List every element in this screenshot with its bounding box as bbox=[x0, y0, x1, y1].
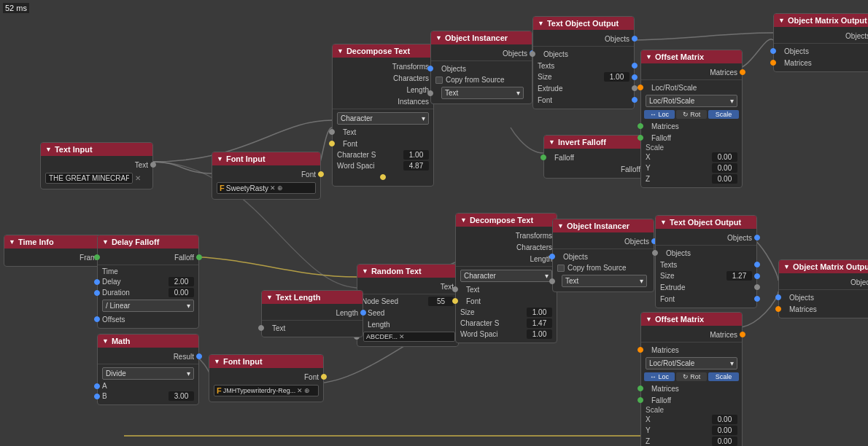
collapse-icon-2[interactable]: ▼ bbox=[217, 155, 223, 163]
a-row: A bbox=[98, 381, 198, 391]
tob-objects-out-2: Objects bbox=[656, 232, 756, 243]
font-clear-2[interactable]: ✕ bbox=[297, 387, 303, 394]
copy-checkbox-1[interactable] bbox=[435, 77, 443, 84]
linear-dropdown[interactable]: / Linear ▾ bbox=[102, 300, 194, 312]
collapse-icon-3[interactable]: ▼ bbox=[214, 358, 220, 365]
text-dropdown-2[interactable]: Text ▾ bbox=[562, 275, 647, 287]
tob-font-label-1: Font bbox=[538, 96, 552, 104]
collapse-icon-8[interactable]: ▼ bbox=[435, 34, 442, 42]
wordspace-val-2[interactable]: 1.00 bbox=[527, 329, 552, 339]
decompose-text-1-title: Decompose Text bbox=[346, 47, 410, 55]
collapse-icon-12[interactable]: ▼ bbox=[778, 17, 785, 24]
char-dropdown-2[interactable]: Character ▾ bbox=[460, 270, 552, 282]
tob-size-label-1: Size bbox=[538, 73, 551, 81]
x-val-om1[interactable]: 0.00 bbox=[712, 152, 737, 162]
collapse-icon-16[interactable]: ▼ bbox=[557, 222, 564, 230]
y-val-om2[interactable]: 0.00 bbox=[712, 426, 737, 435]
divide-dropdown[interactable]: Divide ▾ bbox=[102, 367, 194, 380]
rt-seed-row: Node Seed 55 bbox=[357, 296, 458, 307]
font-in-label-2: Font bbox=[466, 297, 481, 305]
locrotscale-dropdown-2[interactable]: Loc/Rot/Scale ▾ bbox=[646, 357, 737, 369]
x-val-om2[interactable]: 0.00 bbox=[712, 415, 737, 424]
delay-val[interactable]: 2.00 bbox=[168, 277, 194, 286]
collapse-icon-7[interactable]: ▼ bbox=[337, 47, 344, 55]
wordspace-row-1: Word Spaci 4.87 bbox=[333, 160, 433, 171]
collapse-icon-19[interactable]: ▼ bbox=[783, 263, 790, 270]
matrices-socket-om2 bbox=[638, 386, 643, 391]
collapse-icon-6[interactable]: ▼ bbox=[102, 337, 109, 345]
font-clear-1[interactable]: ✕ bbox=[270, 184, 276, 192]
omo-objects-in-row-2: Objects bbox=[779, 292, 868, 303]
wordspace-label-1: Word Spaci bbox=[337, 162, 375, 170]
rt-text-out-row: Text bbox=[357, 281, 458, 292]
text-input-field[interactable] bbox=[45, 173, 133, 184]
bottom-socket-row-1 bbox=[333, 171, 433, 183]
text-dd-label-1: Text bbox=[445, 89, 458, 97]
rt-length-row: Length bbox=[357, 318, 458, 330]
loc-btn-1[interactable]: ↔ Loc bbox=[644, 110, 675, 119]
tob-texts-row-1: Texts bbox=[533, 60, 634, 71]
z-val-om2[interactable]: 0.00 bbox=[712, 437, 737, 446]
text-in-socket-2 bbox=[452, 286, 458, 292]
copy-checkbox-2[interactable] bbox=[557, 265, 565, 272]
collapse-icon-14[interactable]: ▼ bbox=[266, 294, 273, 301]
length-row-1: Length bbox=[333, 84, 433, 95]
font-output-row-2: Font bbox=[209, 371, 323, 383]
a-socket bbox=[94, 383, 100, 389]
charsize-val-1[interactable]: 1.00 bbox=[403, 150, 429, 160]
size-val-2[interactable]: 1.00 bbox=[527, 308, 552, 317]
font-input-2-body: Font F JMHTypewriterdry-Reg... ✕ ⊕ bbox=[209, 368, 323, 402]
tob-objects-socket-1 bbox=[632, 36, 638, 42]
b-val[interactable]: 3.00 bbox=[168, 391, 194, 401]
locrotscale-dropdown-1[interactable]: Loc/Rot/Scale ▾ bbox=[646, 95, 737, 107]
text-dropdown-1[interactable]: Text ▾ bbox=[441, 87, 524, 99]
font-add-1[interactable]: ⊕ bbox=[277, 184, 283, 192]
invert-falloff-body: Falloff Falloff bbox=[544, 149, 645, 178]
scale-btn-1[interactable]: Scale bbox=[708, 110, 739, 119]
characters-label-2: Characters bbox=[516, 243, 552, 251]
invert-falloff-node: ▼ Invert Falloff Falloff Falloff bbox=[543, 135, 646, 179]
char-dropdown-1[interactable]: Character ▾ bbox=[337, 112, 429, 125]
collapse-icon-11[interactable]: ▼ bbox=[646, 53, 652, 60]
collapse-icon-17[interactable]: ▼ bbox=[660, 219, 667, 226]
loc-btn-2[interactable]: ↔ Loc bbox=[644, 372, 675, 381]
duration-val[interactable]: 0.00 bbox=[168, 288, 194, 297]
collapse-icon[interactable]: ▼ bbox=[45, 146, 52, 153]
font-selector-1[interactable]: F SweetyRasty ✕ ⊕ bbox=[217, 182, 316, 194]
scale-label-om1: Scale bbox=[641, 144, 742, 152]
tob-font-socket-2 bbox=[754, 296, 760, 302]
collapse-icon-13[interactable]: ▼ bbox=[362, 267, 368, 275]
objects-out-row-2: Objects bbox=[553, 235, 654, 247]
collapse-icon-15[interactable]: ▼ bbox=[460, 216, 467, 224]
tob-size-val-1[interactable]: 1.00 bbox=[604, 72, 629, 82]
text-object-output-2-header: ▼ Text Object Output bbox=[656, 216, 756, 229]
falloff-row-2-om2: Falloff bbox=[641, 394, 742, 406]
offset-matrix-2-body: Matrices Matrices Loc/Rot/Scale ▾ ↔ Loc … bbox=[641, 326, 742, 446]
collapse-icon-10[interactable]: ▼ bbox=[549, 138, 555, 146]
text-input-row-1: Text bbox=[333, 126, 433, 138]
font-icon-2: F bbox=[217, 386, 222, 395]
omo-objects-in-label-2: Objects bbox=[789, 294, 814, 302]
collapse-icon-5[interactable]: ▼ bbox=[102, 238, 109, 246]
y-val-om1[interactable]: 0.00 bbox=[712, 163, 737, 173]
rt-chara-field[interactable]: ABCDEF... ✕ bbox=[363, 332, 455, 342]
collapse-icon-9[interactable]: ▼ bbox=[538, 20, 544, 27]
collapse-icon-4[interactable]: ▼ bbox=[9, 238, 15, 246]
tob-size-val-2[interactable]: 1.27 bbox=[726, 271, 752, 281]
clear-text-btn[interactable]: ✕ bbox=[135, 174, 141, 182]
rot-btn-1[interactable]: ↻ Rot bbox=[676, 110, 707, 119]
rt-seed-val[interactable]: 55 bbox=[428, 297, 454, 306]
text-object-output-1-header: ▼ Text Object Output bbox=[533, 17, 634, 30]
charsize-val-2[interactable]: 1.47 bbox=[527, 318, 552, 328]
text-input-body: Text ✕ bbox=[41, 156, 152, 189]
math-header: ▼ Math bbox=[98, 334, 198, 348]
z-val-om1[interactable]: 0.00 bbox=[712, 174, 737, 184]
collapse-icon-18[interactable]: ▼ bbox=[646, 316, 652, 323]
scale-btn-2[interactable]: Scale bbox=[708, 372, 739, 381]
rt-seed-in-row: Seed bbox=[357, 307, 458, 318]
wordspace-val-1[interactable]: 4.87 bbox=[403, 161, 429, 171]
rt-chara-clear[interactable]: ✕ bbox=[399, 333, 405, 340]
font-selector-2[interactable]: F JMHTypewriterdry-Reg... ✕ ⊕ bbox=[214, 385, 319, 396]
font-add-2[interactable]: ⊕ bbox=[304, 387, 310, 394]
rot-btn-2[interactable]: ↻ Rot bbox=[676, 372, 707, 381]
